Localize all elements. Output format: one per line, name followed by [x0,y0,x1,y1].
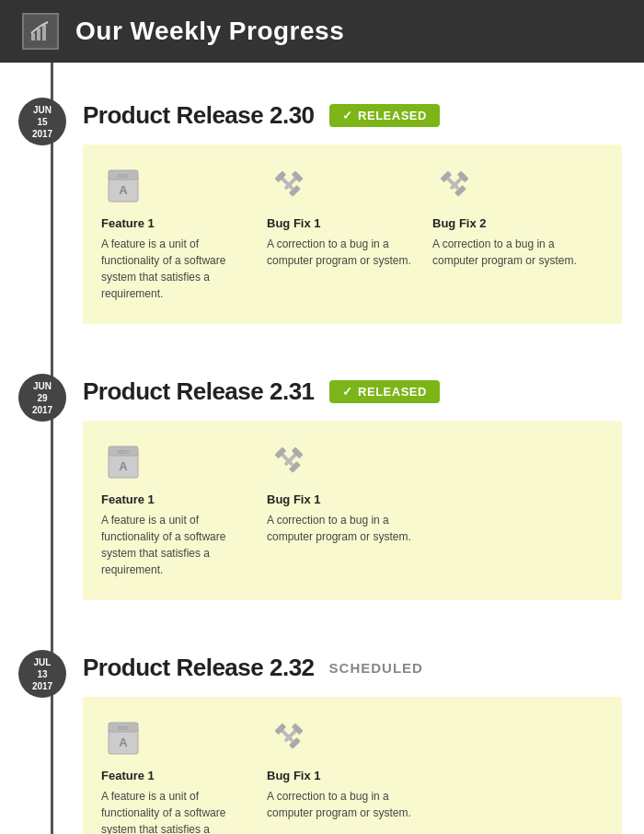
card-label-r2-1: Bug Fix 1 [267,492,423,506]
card-desc-r1-2: A correction to a bug in a computer prog… [432,236,589,269]
svg-rect-1 [37,29,40,41]
bugfix-icon [432,163,477,207]
card-desc-r1-0: A feature is a unit of functionality of … [101,236,258,302]
card-r2-1: Bug Fix 1A correction to a bug in a comp… [267,439,423,578]
svg-text:abc: abc [118,447,130,456]
card-r2-0: A abc Feature 1A feature is a unit of fu… [101,439,258,578]
card-label-r1-2: Bug Fix 2 [432,216,589,230]
page-title: Our Weekly Progress [75,17,344,46]
card-label-r1-0: Feature 1 [101,216,258,230]
feature-icon: A abc [101,163,145,207]
release-title-r3: Product Release 2.32 [83,654,315,682]
status-badge-r2: ✓ RELEASED [329,380,440,403]
bugfix-icon [267,715,311,759]
main-content: JUN152017Product Release 2.30✓ RELEASED … [0,63,644,834]
card-desc-r2-1: A correction to a bug in a computer prog… [267,512,423,545]
release-block-r2: JUN292017Product Release 2.31✓ RELEASED … [0,357,644,600]
svg-rect-0 [31,33,35,41]
page-header: Our Weekly Progress [0,0,644,63]
cards-area-r2: A abc Feature 1A feature is a unit of fu… [83,421,622,600]
date-circle-r2: JUN292017 [18,374,66,422]
check-icon: ✓ [342,385,353,399]
bugfix-icon [267,439,311,483]
bugfix-icon [267,163,311,207]
release-title-r2: Product Release 2.31 [83,377,315,406]
release-header-r3: Product Release 2.32SCHEDULED [0,633,644,697]
date-circle-r1: JUN152017 [18,98,66,145]
status-badge-r1: ✓ RELEASED [329,104,440,127]
card-desc-r2-0: A feature is a unit of functionality of … [101,512,258,578]
card-label-r3-1: Bug Fix 1 [267,769,423,782]
svg-text:A: A [119,459,128,473]
release-block-r3: JUL132017Product Release 2.32SCHEDULED A… [0,633,644,834]
card-desc-r3-0: A feature is a unit of functionality of … [101,788,258,834]
card-label-r2-0: Feature 1 [101,492,258,506]
card-r1-2: Bug Fix 2A correction to a bug in a comp… [432,163,589,302]
cards-area-r3: A abc Feature 1A feature is a unit of fu… [83,697,622,834]
release-block-r1: JUN152017Product Release 2.30✓ RELEASED … [0,81,644,324]
svg-rect-2 [42,25,46,41]
card-r1-1: Bug Fix 1A correction to a bug in a comp… [267,163,423,302]
feature-icon: A abc [101,715,145,759]
feature-icon: A abc [101,439,145,483]
release-header-r1: Product Release 2.30✓ RELEASED [0,81,644,145]
date-circle-r3: JUL132017 [18,650,66,698]
svg-text:abc: abc [118,724,130,732]
card-r3-1: Bug Fix 1A correction to a bug in a comp… [267,715,423,834]
card-desc-r1-1: A correction to a bug in a computer prog… [267,236,423,269]
cards-area-r1: A abc Feature 1A feature is a unit of fu… [83,145,622,324]
card-label-r3-0: Feature 1 [101,769,258,782]
release-header-r2: Product Release 2.31✓ RELEASED [0,357,644,421]
svg-text:abc: abc [118,171,130,180]
check-icon: ✓ [342,109,353,122]
card-r1-0: A abc Feature 1A feature is a unit of fu… [101,163,258,302]
header-chart-icon [22,13,59,50]
release-title-r1: Product Release 2.30 [83,101,315,130]
status-badge-r3: SCHEDULED [329,660,423,676]
svg-text:A: A [119,183,128,197]
svg-text:A: A [119,736,128,749]
timeline: JUN152017Product Release 2.30✓ RELEASED … [0,63,644,834]
card-r3-0: A abc Feature 1A feature is a unit of fu… [101,715,258,834]
card-label-r1-1: Bug Fix 1 [267,216,423,230]
card-desc-r3-1: A correction to a bug in a computer prog… [267,788,423,821]
